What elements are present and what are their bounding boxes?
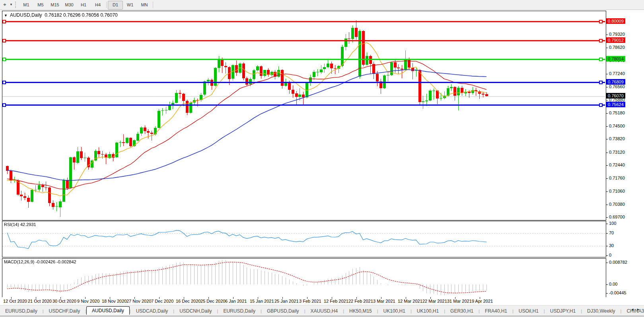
macd-tick-mark [606,284,608,285]
price-tick-label: 0.71760 [609,176,625,180]
rsi-axis-label: 100 [609,221,616,226]
hline-price-badge: 0.78014 [606,56,625,62]
main-chart-pane[interactable] [2,11,606,220]
macd-canvas[interactable] [2,259,605,296]
tab-eurusd-daily[interactable]: EURUSD,Daily [218,307,261,315]
hline-price-badge: 0.79012 [606,37,625,43]
tab-usdchf-daily[interactable]: USDCHF,Daily [44,307,86,315]
date-tick-label: 18 Nov 2020 [102,299,126,303]
price-tick-mark [606,178,608,179]
timeframe-button-h1[interactable]: H1 [76,1,91,9]
date-axis[interactable]: 12 Oct 202021 Oct 202030 Oct 20209 Nov 2… [0,297,644,305]
macd-axis-label: -0.00445 [609,290,626,295]
chart-title: ▼AUDUSD,Daily 0.76182 0.76296 0.76056 0.… [4,12,118,18]
timeframe-button-group: M1M5M15M30H1H4D1W1MN [19,1,154,9]
date-tick-label: 3 Mar 2021 [373,299,395,303]
toolbar-separator [106,2,107,8]
tab-dj30-weekly[interactable]: DJ30,Weekly [582,307,620,315]
tab-audusd-daily[interactable]: AUDUSD,Daily [86,306,130,315]
timeframe-button-d1[interactable]: D1 [108,1,123,10]
rsi-axis-label: 0 [609,253,611,257]
price-tick-mark [606,126,608,127]
timeframe-button-w1[interactable]: W1 [123,1,137,9]
price-tick-mark [606,153,608,153]
tab-scroll-arrows: ◄► [630,307,642,311]
price-tick-label: 0.76560 [609,84,625,89]
tab-usoil-h1[interactable]: USOil,H1 [514,307,544,315]
price-tick-label: 0.73820 [609,136,625,141]
rsi-axis-label: 70 [609,230,614,235]
price-tick-label: 0.71060 [609,189,625,193]
collapse-triangle-icon[interactable]: ▼ [4,14,8,17]
tab-uk100-h1[interactable]: UK100,H1 [412,307,444,315]
price-tick-label: 0.78620 [609,45,625,50]
date-tick-label: 25 Jan 2021 [274,299,299,303]
rsi-canvas[interactable] [2,221,605,256]
chart-symbol-label: AUDUSD,Daily [10,12,42,18]
date-tick-label: 12 Mar 2021 [398,299,422,303]
rsi-tick-mark [606,246,608,246]
timeframe-button-mn[interactable]: MN [137,1,152,9]
date-tick-label: 6 Jan 2021 [225,299,247,303]
date-tick-label: 25 Dec 2020 [200,299,225,303]
tab-ger30-h1[interactable]: GER30,H1 [445,307,479,315]
date-tick-label: 12 Feb 2021 [324,299,348,303]
price-tick-mark [606,74,608,74]
hline-price-badge: 0.80009 [606,18,625,24]
date-tick-label: 9 Nov 2020 [77,299,99,303]
rsi-tick-mark [606,233,608,234]
timeframe-button-m30[interactable]: M30 [62,1,76,9]
tab-eurusd-daily[interactable]: EURUSD,Daily [0,307,43,315]
timeframe-button-m5[interactable]: M5 [33,1,48,9]
tab-xauusd-h4[interactable]: XAUUSD,H4 [305,307,343,315]
price-tick-label: 0.72440 [609,162,625,167]
date-tick-label: 9 Apr 2021 [472,299,493,303]
date-tick-label: 7 Dec 2020 [151,299,173,303]
current-price-badge: 0.76070 [606,93,625,99]
timeframe-button-m1[interactable]: M1 [19,1,33,9]
price-tick-mark [606,217,608,218]
price-tick-label: 0.79320 [609,32,625,37]
tab-scroll-left-icon[interactable]: ◄ [630,307,636,311]
date-tick-label: 15 Jan 2021 [250,299,274,303]
price-tick-mark [606,35,608,35]
rsi-tick-mark [606,255,608,256]
date-tick-label: 22 Mar 2021 [422,299,447,303]
tab-uk100-h1[interactable]: UK100,H1 [378,307,411,315]
candlestick-chart-canvas[interactable] [2,11,605,219]
tab-scroll-right-icon[interactable]: ► [636,307,642,311]
crosshair-cursor-icon[interactable]: ⌖ [1,1,9,8]
macd-indicator-pane[interactable] [2,258,606,298]
macd-tick-mark [606,293,608,294]
tab-gbpusd-daily[interactable]: GBPUSD,Daily [262,307,304,315]
toolbar-grip-handle[interactable] [15,2,18,8]
tab-fra40-h1[interactable]: FRA40,H1 [480,307,512,315]
price-tick-label: 0.74500 [609,124,625,128]
tab-hk50-m15[interactable]: HK50,M15 [344,307,377,315]
price-tick-label: 0.77240 [609,71,625,76]
timeframe-button-h4[interactable]: H4 [91,1,105,9]
date-tick-label: 21 Oct 2020 [28,299,52,303]
price-tick-label: 0.75180 [609,110,625,115]
date-tick-label: 27 Nov 2020 [126,299,151,303]
tab-usdcnh-daily[interactable]: USDCNH,Daily [174,307,217,315]
price-tick-label: 0.70380 [609,202,625,207]
macd-tick-mark [606,263,608,263]
macd-axis-label: 0.00 [609,282,617,286]
chart-ohlc-values: 0.76182 0.76296 0.76056 0.76070 [45,12,118,18]
price-tick-label: 0.69700 [609,215,625,219]
metatrader-window: { "toolbar": { "timeframes": ["M1","M5",… [0,0,644,317]
tab-usdcad-daily[interactable]: USDCAD,Daily [131,307,173,315]
price-tick-mark [606,87,608,87]
timeframe-button-m15[interactable]: M15 [48,1,62,9]
price-tick-mark [606,205,608,205]
chevron-down-icon[interactable]: ▼ [9,1,14,8]
price-tick-mark [606,48,608,48]
date-tick-label: 30 Oct 2020 [53,299,76,303]
rsi-indicator-pane[interactable] [2,221,606,257]
toolbar-separator [153,2,153,8]
date-tick-label: 3 Feb 2021 [299,299,321,303]
hline-price-badge: 0.76809 [606,79,625,85]
rsi-tick-mark [606,224,608,224]
tab-usdjpy-h1[interactable]: USDJPY,H1 [545,307,581,315]
